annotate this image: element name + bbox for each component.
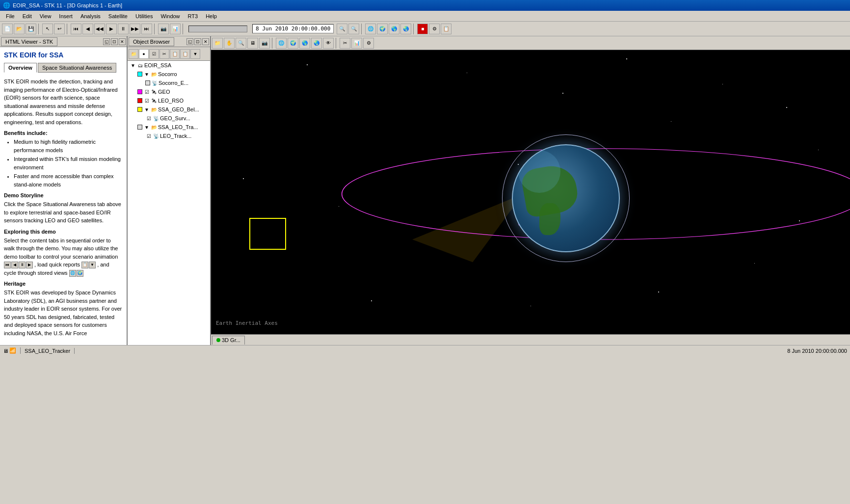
- inline-view-btn2[interactable]: 🌍: [77, 270, 83, 277]
- tree-item-leo-rso[interactable]: ☑ 🛰 LEO_RSO: [128, 96, 210, 105]
- tree-item-socorro[interactable]: ▼ 📂 Socorro: [128, 70, 210, 79]
- view-settings-btn[interactable]: ⚙: [363, 38, 374, 49]
- folder-icon-ssa-geo: 📂: [151, 106, 158, 113]
- view-globe5-btn[interactable]: 👁: [323, 38, 334, 49]
- config-btn1[interactable]: ⚙: [429, 24, 440, 34]
- view-globe4-btn[interactable]: 🌏: [311, 38, 322, 49]
- camera-button[interactable]: 📷: [158, 24, 169, 34]
- zoom-out-button[interactable]: 🔍: [348, 24, 359, 34]
- undo-button[interactable]: ↩: [54, 24, 65, 34]
- app-icon: 🌐: [3, 2, 10, 9]
- ob-close-icon[interactable]: ✕: [202, 38, 209, 45]
- ob-cut-btn[interactable]: ✂: [159, 49, 169, 59]
- view-cut-btn[interactable]: ✂: [340, 38, 350, 49]
- anim-end[interactable]: ⏭: [141, 24, 152, 34]
- ob-paste-btn[interactable]: 📋: [180, 49, 190, 59]
- inline-play-btn[interactable]: ▶: [26, 262, 33, 268]
- ob-color-btn[interactable]: ●: [139, 49, 149, 59]
- menu-item-view[interactable]: View: [36, 12, 55, 20]
- view-screen-btn[interactable]: 🖥: [247, 38, 258, 49]
- config-btn2[interactable]: 📋: [441, 24, 452, 34]
- expand-icon: ▼: [130, 62, 136, 69]
- zoom-in-button[interactable]: 🔍: [337, 24, 347, 34]
- anim-stepfwd[interactable]: ▶▶: [130, 24, 140, 34]
- open-button[interactable]: 📂: [14, 24, 25, 34]
- globe-btn3[interactable]: 🌎: [389, 24, 399, 34]
- tab-overview[interactable]: Overview: [4, 63, 37, 73]
- view-3d-canvas[interactable]: _GEO_Belt_Surveyor GEO: [211, 50, 850, 334]
- view-hand-btn[interactable]: ✋: [224, 38, 235, 49]
- stop-btn[interactable]: ■: [417, 24, 428, 34]
- view-globe1-btn[interactable]: 🌐: [276, 38, 287, 49]
- inline-back-btn[interactable]: ◀: [11, 262, 18, 268]
- cursor-button[interactable]: ↖: [42, 24, 53, 34]
- tree-item-eoir-ssa[interactable]: ▼ 🗂 EOIR_SSA: [128, 61, 210, 70]
- anim-start[interactable]: ⏮: [71, 24, 81, 34]
- status-time: 8 Jun 2010 20:00:00.000: [787, 348, 847, 354]
- inline-report-btn2[interactable]: ▼: [89, 262, 96, 268]
- anim-play-back[interactable]: ◀◀: [94, 24, 105, 34]
- tree-label-socorro: Socorro: [158, 71, 177, 77]
- float-icon[interactable]: ◱: [103, 38, 110, 45]
- chart-button[interactable]: 📊: [170, 24, 181, 34]
- status-section-2: SSA_LEO_Tracker: [25, 348, 75, 354]
- tree-item-socorro-e[interactable]: 📡 Socorro_E...: [128, 79, 210, 87]
- globe-btn2[interactable]: 🌍: [377, 24, 388, 34]
- ob-undock-icon[interactable]: ⊡: [194, 38, 201, 45]
- view-globe2-btn[interactable]: 🌍: [288, 38, 298, 49]
- ob-tab[interactable]: Object Browser: [129, 37, 174, 46]
- globe-btn1[interactable]: 🌐: [365, 24, 376, 34]
- inline-start-btn[interactable]: ⏮: [4, 262, 11, 268]
- sensor-icon-socorro-e: 📡: [151, 80, 158, 86]
- menu-item-satellite[interactable]: Satellite: [105, 12, 132, 20]
- ob-copy-btn[interactable]: 📋: [170, 49, 180, 59]
- time-slider[interactable]: [188, 26, 247, 32]
- view-3d-tab[interactable]: 3D Gr...: [212, 336, 245, 345]
- inline-view-btn1[interactable]: 🌐: [69, 270, 76, 277]
- ob-float-icon[interactable]: ◱: [186, 38, 193, 45]
- html-viewer-tab-bar: HTML Viewer - STK ◱ ⊡ ✕: [0, 36, 127, 47]
- menu-item-file[interactable]: File: [2, 12, 19, 20]
- view-globe3-btn[interactable]: 🌎: [299, 38, 310, 49]
- ob-expand-btn[interactable]: ▼: [190, 49, 200, 59]
- tab-ssa[interactable]: Space Situational Awareness: [38, 63, 116, 73]
- tree-item-leo-track[interactable]: ☑ 📡 LEO_Track...: [128, 132, 210, 140]
- menu-bar: File Edit View Insert Analysis Satellite…: [0, 11, 850, 22]
- html-viewer-tab[interactable]: HTML Viewer - STK: [1, 37, 57, 46]
- menu-item-window[interactable]: Window: [157, 12, 184, 20]
- menu-item-help[interactable]: Help: [202, 12, 221, 20]
- save-button[interactable]: 💾: [26, 24, 36, 34]
- globe-btn4[interactable]: 🌏: [400, 24, 411, 34]
- tree-label-leo-track: LEO_Track...: [160, 133, 191, 139]
- tree-item-geo-surv[interactable]: ☑ 📡 GEO_Surv...: [128, 114, 210, 123]
- close-icon[interactable]: ✕: [119, 38, 126, 45]
- anim-pause[interactable]: ⏸: [118, 24, 129, 34]
- view-chart-btn[interactable]: 📊: [351, 38, 362, 49]
- view-camera-btn[interactable]: 📷: [259, 38, 270, 49]
- undock-icon[interactable]: ⊡: [111, 38, 118, 45]
- menu-item-rt3[interactable]: RT3: [184, 12, 202, 20]
- anim-play[interactable]: ▶: [106, 24, 117, 34]
- view-folder-btn[interactable]: 📁: [212, 38, 223, 49]
- new-button[interactable]: 📄: [2, 24, 13, 34]
- tree-item-ssa-leo-tra[interactable]: ▼ 📂 SSA_LEO_Tra...: [128, 123, 210, 132]
- ob-check-btn[interactable]: ☑: [149, 49, 159, 59]
- ob-folder-btn[interactable]: 📁: [129, 49, 138, 59]
- axes-label: Earth Inertial Axes: [216, 320, 278, 326]
- anim-stepback[interactable]: ◀: [82, 24, 93, 34]
- sensor-icon-leo-track: 📡: [153, 133, 159, 139]
- html-viewer-content: STK EOIR for SSA Overview Space Situatio…: [0, 47, 127, 345]
- menu-item-analysis[interactable]: Analysis: [77, 12, 105, 20]
- tree-label-eoir-ssa: EOIR_SSA: [144, 62, 171, 68]
- view-zoom-btn[interactable]: 🔍: [236, 38, 246, 49]
- ocean-highlight: [518, 150, 560, 192]
- tree-item-geo[interactable]: ☑ 🛰 GEO: [128, 87, 210, 96]
- menu-item-insert[interactable]: Insert: [55, 12, 77, 20]
- tree-item-ssa-geo-bel[interactable]: ▼ 📂 SSA_GEO_Bel...: [128, 105, 210, 114]
- inline-report-btn[interactable]: 📋: [81, 262, 88, 268]
- menu-item-edit[interactable]: Edit: [19, 12, 36, 20]
- earth-container: [507, 139, 625, 257]
- color-box-socorro-e: [145, 80, 150, 85]
- inline-pause-btn[interactable]: ⏸: [19, 262, 26, 268]
- menu-item-utilities[interactable]: Utilities: [132, 12, 157, 20]
